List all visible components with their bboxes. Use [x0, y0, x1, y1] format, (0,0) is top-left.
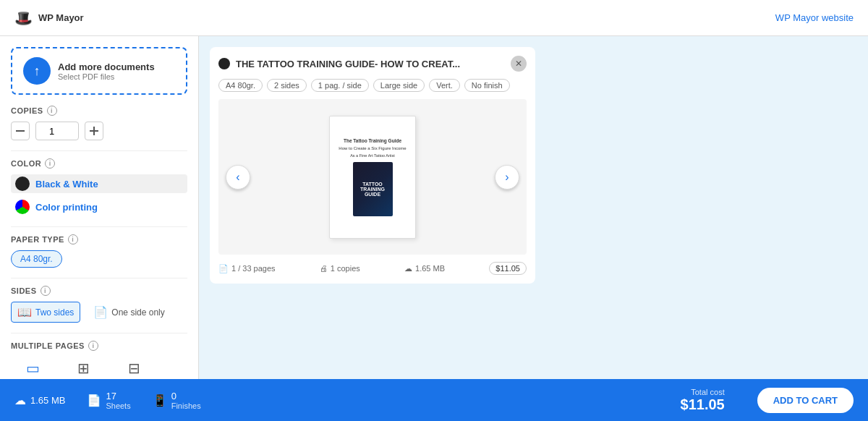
- color-option-bw[interactable]: Black & White: [11, 174, 187, 193]
- svg-rect-0: [16, 130, 25, 132]
- upload-sub-text: Select PDF files: [58, 72, 155, 81]
- bottom-filesize: ☁ 1.65 MB: [14, 394, 65, 407]
- pages-icon: 📄: [218, 264, 229, 273]
- size-info: ☁ 1.65 MB: [404, 264, 445, 273]
- svg-rect-2: [93, 127, 95, 135]
- add-to-cart-button[interactable]: ADD TO CART: [757, 388, 854, 413]
- doc-card-header: THE TATTOO TRAINING GUIDE- HOW TO CREAT.…: [218, 56, 527, 72]
- logo-text: WP Mayor: [38, 12, 84, 23]
- total-label: Total cost: [681, 388, 725, 396]
- main-layout: ↑ Add more documents Select PDF files CO…: [0, 36, 868, 379]
- book-image: TATTOO TRAINING GUIDE: [353, 162, 393, 216]
- sides-info-icon[interactable]: i: [41, 286, 51, 296]
- preview-title2: How to Create a Six Figure Income: [339, 146, 406, 150]
- doc-preview-inner: The Tattoo Training Guide How to Create …: [330, 116, 415, 238]
- side-option-one[interactable]: 📄 One side only: [88, 302, 170, 323]
- tag-large[interactable]: Large side: [373, 79, 425, 92]
- bottom-bar: ☁ 1.65 MB 📄 17 Sheets 📱 0 Finishes Total…: [0, 379, 868, 421]
- price-badge: $11.05: [489, 262, 527, 275]
- tag-finish[interactable]: No finish: [464, 79, 510, 92]
- copies-info: 🖨 1 copies: [320, 264, 360, 273]
- doc-preview: The Tattoo Training Guide How to Create …: [329, 116, 416, 239]
- copies-row: [11, 122, 187, 140]
- tags-row: A4 80gr. 2 sides 1 pag. / side Large sid…: [218, 79, 527, 92]
- upload-main-text: Add more documents: [58, 61, 155, 72]
- color-info-icon[interactable]: i: [45, 158, 55, 169]
- sides-label: SIDES i: [11, 286, 187, 296]
- copies-icon: 🖨: [320, 264, 328, 273]
- pages-info: 📄 1 / 33 pages: [218, 264, 276, 273]
- upload-bottom-icon: ☁: [14, 394, 26, 407]
- pages-text: 1 / 33 pages: [231, 264, 276, 273]
- finishes-count: 0: [171, 391, 201, 401]
- two-sides-label: Two sides: [35, 307, 74, 318]
- close-button[interactable]: ✕: [511, 56, 527, 72]
- copies-input[interactable]: [35, 122, 79, 140]
- page-option-4[interactable]: ⊟ 4 per side: [113, 357, 156, 379]
- paper-type-section: PAPER TYPE i A4 80gr.: [11, 234, 187, 268]
- tag-vert[interactable]: Vert.: [429, 79, 460, 92]
- preview-area: ‹ The Tattoo Training Guide How to Creat…: [218, 99, 527, 255]
- header: 🎩 WP Mayor WP Mayor website: [0, 0, 868, 36]
- preview-title1: The Tattoo Training Guide: [344, 138, 401, 143]
- copies-text: 1 copies: [331, 264, 360, 273]
- side-option-two[interactable]: 📖 Two sides: [11, 302, 80, 323]
- copies-info-icon[interactable]: i: [47, 106, 57, 116]
- content-area: THE TATTOO TRAINING GUIDE- HOW TO CREAT.…: [199, 36, 868, 379]
- doc-title: THE TATTOO TRAINING GUIDE- HOW TO CREAT.…: [236, 59, 460, 69]
- page-option-1[interactable]: ▭ 1 per side: [11, 357, 54, 379]
- next-page-button[interactable]: ›: [495, 165, 519, 190]
- doc-title-row: THE TATTOO TRAINING GUIDE- HOW TO CREAT.…: [218, 58, 460, 69]
- hat-icon: 🎩: [14, 9, 33, 27]
- total-section: Total cost $11.05: [681, 388, 725, 413]
- sides-options: 📖 Two sides 📄 One side only: [11, 302, 187, 323]
- logo: 🎩 WP Mayor: [14, 9, 84, 27]
- paper-type-label: PAPER TYPE i: [11, 234, 187, 244]
- color-option-color[interactable]: Color printing: [11, 197, 187, 216]
- sides-section: SIDES i 📖 Two sides 📄 One side only: [11, 286, 187, 323]
- 4-per-side-icon: ⊟: [128, 360, 140, 377]
- prev-page-button[interactable]: ‹: [226, 165, 250, 190]
- size-icon: ☁: [404, 264, 412, 273]
- pages-options: ▭ 1 per side ⊞ 2 per side ⊟ 4 per side: [11, 357, 187, 379]
- page-option-2[interactable]: ⊞ 2 per side: [61, 357, 105, 379]
- color-label-text: Color printing: [35, 202, 98, 213]
- doc-circle-icon: [218, 58, 230, 69]
- bw-icon: [15, 177, 30, 191]
- color-label: COLOR i: [11, 158, 187, 169]
- book-text: TATTOO TRAINING GUIDE: [355, 182, 391, 197]
- color-icon: [15, 200, 30, 214]
- copies-increment-button[interactable]: [85, 122, 103, 140]
- preview-subtitle: As a Fine Art Tattoo Artist: [350, 153, 395, 158]
- tag-pag[interactable]: 1 pag. / side: [311, 79, 369, 92]
- copies-section: COPIES i: [11, 106, 187, 140]
- site-link[interactable]: WP Mayor website: [775, 12, 854, 23]
- tag-sides[interactable]: 2 sides: [267, 79, 307, 92]
- tag-paper[interactable]: A4 80gr.: [218, 79, 263, 92]
- multiple-pages-label: MULTIPLE PAGES i: [11, 341, 187, 351]
- sheets-count: 17: [106, 391, 130, 401]
- multiple-pages-section: MULTIPLE PAGES i ▭ 1 per side ⊞ 2 per si…: [11, 341, 187, 379]
- finishes-icon: 📱: [153, 394, 167, 407]
- upload-text: Add more documents Select PDF files: [58, 61, 155, 81]
- bw-label: Black & White: [35, 179, 98, 190]
- 2-per-side-icon: ⊞: [77, 360, 90, 377]
- upload-area[interactable]: ↑ Add more documents Select PDF files: [11, 47, 187, 95]
- sidebar: ↑ Add more documents Select PDF files CO…: [0, 36, 199, 379]
- doc-footer: 📄 1 / 33 pages 🖨 1 copies ☁ 1.65 MB $11.…: [218, 262, 527, 275]
- bottom-sheets: 📄 17 Sheets: [87, 391, 130, 410]
- copies-label: COPIES i: [11, 106, 187, 116]
- paper-chip[interactable]: A4 80gr.: [11, 250, 62, 268]
- multiple-pages-info-icon[interactable]: i: [88, 341, 98, 351]
- sheets-label: Sheets: [106, 401, 130, 410]
- upload-icon: ↑: [23, 57, 51, 85]
- paper-info-icon[interactable]: i: [68, 234, 78, 244]
- total-price: $11.05: [681, 396, 725, 413]
- bottom-finishes: 📱 0 Finishes: [153, 391, 201, 410]
- bottom-filesize-text: 1.65 MB: [30, 395, 65, 406]
- copies-decrement-button[interactable]: [11, 122, 30, 140]
- one-side-label: One side only: [111, 307, 164, 318]
- color-section: COLOR i Black & White Color printing: [11, 158, 187, 216]
- one-side-icon: 📄: [93, 305, 108, 319]
- document-card: THE TATTOO TRAINING GUIDE- HOW TO CREAT.…: [210, 47, 535, 284]
